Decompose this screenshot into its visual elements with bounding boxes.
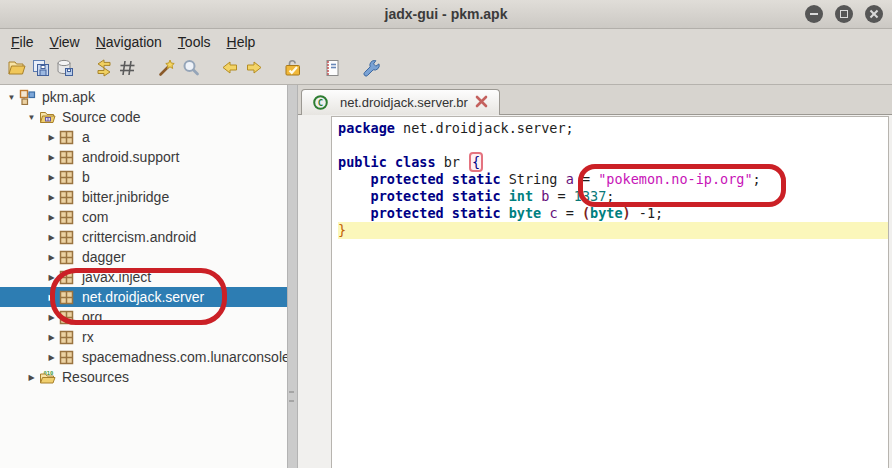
deobfuscation-button[interactable] [281, 58, 305, 82]
preferences-button[interactable] [359, 58, 383, 82]
tree-item-label: b [82, 169, 90, 185]
package-icon [59, 249, 77, 265]
expand-arrow-icon[interactable]: ▶ [44, 233, 59, 242]
back-button[interactable] [218, 58, 242, 82]
forward-icon [244, 58, 264, 82]
minimize-button[interactable] [805, 5, 823, 23]
tab-net-droidjack-server-br[interactable]: C net.droidjack.server.br [301, 89, 500, 115]
expand-arrow-icon[interactable]: ▶ [44, 193, 59, 202]
code-token [501, 205, 509, 221]
splitter-grip-icon [289, 391, 294, 402]
code-token: byte [590, 205, 623, 221]
expand-arrow-icon[interactable]: ▶ [44, 313, 59, 322]
tree-item-spacemadness-com-lunarconsole[interactable]: ▶spacemadness.com.lunarconsole [0, 347, 287, 367]
code-token: = [574, 171, 598, 187]
editor-panel: C net.droidjack.server.br package net.dr… [298, 85, 892, 468]
code-token [501, 188, 509, 204]
log-viewer-button[interactable] [320, 58, 344, 82]
expand-arrow-icon[interactable]: ▶ [44, 273, 59, 282]
tree-item-crittercism-android[interactable]: ▶crittercism.android [0, 227, 287, 247]
code-token: net.droidjack.server; [395, 120, 574, 136]
code-token: ; [606, 188, 614, 204]
save-all-button[interactable] [29, 58, 53, 82]
main-area: ▼pkm.apk▼Source code▶a▶android.support▶b… [0, 85, 892, 468]
menu-view[interactable]: View [42, 31, 88, 53]
code-token: protected [371, 205, 444, 221]
code-token: c [549, 205, 557, 221]
tree-item-source-code[interactable]: ▼Source code [0, 107, 287, 127]
code-token: 1337 [574, 188, 607, 204]
code-token [387, 154, 395, 170]
close-button[interactable] [865, 5, 883, 23]
menu-tools[interactable]: Tools [170, 31, 219, 53]
package-tree: ▼pkm.apk▼Source code▶a▶android.support▶b… [0, 85, 287, 468]
code-token: { [469, 152, 483, 172]
tree-item-label: Resources [62, 369, 129, 385]
code-token [338, 188, 371, 204]
code-token: br [436, 154, 469, 170]
expand-arrow-icon[interactable]: ▶ [44, 173, 59, 182]
preferences-icon [361, 58, 381, 82]
sync-button[interactable] [92, 58, 116, 82]
tree-item-pkm-apk[interactable]: ▼pkm.apk [0, 87, 287, 107]
menu-navigation[interactable]: Navigation [88, 31, 170, 53]
tree-item-label: pkm.apk [42, 89, 95, 105]
menu-file[interactable]: File [3, 31, 42, 53]
code-line [338, 137, 888, 154]
open-file-button[interactable] [5, 58, 29, 82]
deobfuscation-icon [283, 58, 303, 82]
code-line: public class br { [338, 154, 888, 171]
code-token: class [395, 154, 436, 170]
tree-item-rx[interactable]: ▶rx [0, 327, 287, 347]
code-token: ( [582, 205, 590, 221]
code-line: protected static String a = "pokemon.no-… [338, 171, 888, 188]
package-icon [59, 329, 77, 345]
tree-item-a[interactable]: ▶a [0, 127, 287, 147]
code-line: protected static int b = 1337; [338, 188, 888, 205]
panel-splitter[interactable] [287, 85, 298, 468]
text-search-button[interactable] [179, 58, 203, 82]
forward-button[interactable] [242, 58, 266, 82]
tree-item-bitter-jnibridge[interactable]: ▶bitter.jnibridge [0, 187, 287, 207]
tree-item-label: bitter.jnibridge [82, 189, 169, 205]
expand-arrow-icon[interactable]: ▶ [44, 293, 59, 302]
expand-arrow-icon[interactable]: ▶ [44, 213, 59, 222]
expand-arrow-icon[interactable]: ▶ [44, 333, 59, 342]
expand-arrow-icon[interactable]: ▶ [44, 153, 59, 162]
minimize-icon [810, 13, 818, 15]
class-search-button[interactable] [155, 58, 179, 82]
expand-arrow-icon[interactable]: ▶ [44, 353, 59, 362]
expand-arrow-icon[interactable]: ▶ [44, 253, 59, 262]
tree-item-label: a [82, 129, 90, 145]
package-icon [59, 149, 77, 165]
package-icon [59, 189, 77, 205]
tab-label: net.droidjack.server.br [340, 95, 468, 110]
tree-item-label: org [82, 309, 102, 325]
window-title: jadx-gui - pkm.apk [385, 6, 508, 22]
expand-arrow-icon[interactable]: ▶ [24, 373, 39, 382]
tab-close-icon[interactable] [475, 95, 488, 111]
tree-item-dagger[interactable]: ▶dagger [0, 247, 287, 267]
code-token: protected [371, 171, 444, 187]
expand-arrow-icon[interactable]: ▶ [44, 133, 59, 142]
package-icon [59, 269, 77, 285]
tree-item-javax-inject[interactable]: ▶javax.inject [0, 267, 287, 287]
menu-help[interactable]: Help [219, 31, 264, 53]
code-line: protected static byte c = (byte) -1; [338, 205, 888, 222]
collapse-arrow-icon[interactable]: ▼ [24, 113, 39, 122]
tree-item-net-droidjack-server[interactable]: ▶net.droidjack.server [0, 287, 287, 307]
tree-item-org[interactable]: ▶org [0, 307, 287, 327]
tree-item-b[interactable]: ▶b [0, 167, 287, 187]
maximize-button[interactable] [835, 5, 853, 23]
tree-item-android-support[interactable]: ▶android.support [0, 147, 287, 167]
tree-item-resources[interactable]: ▶010Resources [0, 367, 287, 387]
export-button[interactable] [53, 58, 77, 82]
code-token: ; [753, 171, 761, 187]
collapse-arrow-icon[interactable]: ▼ [4, 93, 19, 102]
tree-item-com[interactable]: ▶com [0, 207, 287, 227]
folder-resources-icon: 010 [39, 369, 57, 385]
flat-packages-button[interactable] [116, 58, 140, 82]
code-area[interactable]: package net.droidjack.server; public cla… [331, 116, 889, 468]
sync-icon [94, 58, 114, 82]
code-token: int [509, 188, 533, 204]
